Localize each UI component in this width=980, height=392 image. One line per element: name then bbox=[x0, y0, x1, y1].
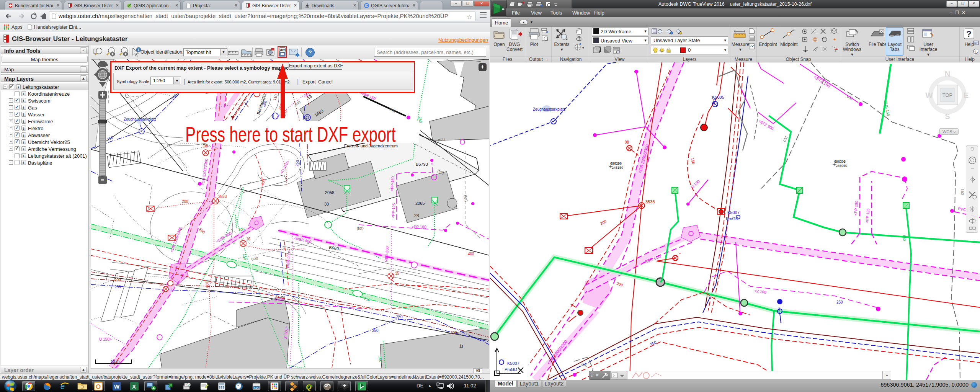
svg-text:U 150>: U 150> bbox=[99, 337, 112, 341]
svg-text:245950: 245950 bbox=[836, 164, 847, 168]
svg-text:01: 01 bbox=[160, 283, 164, 287]
svg-text:3533: 3533 bbox=[645, 199, 655, 204]
svg-text:<OB 2200/2300: <OB 2200/2300 bbox=[546, 339, 568, 365]
svg-text:▾: ▾ bbox=[582, 46, 584, 50]
svg-text:250: 250 bbox=[396, 315, 403, 319]
svg-text:(tot): (tot) bbox=[294, 100, 301, 107]
svg-text:?: ? bbox=[308, 49, 312, 56]
svg-text:dxf: dxf bbox=[280, 48, 285, 52]
svg-text:696305: 696305 bbox=[834, 160, 846, 163]
svg-text:(tot): (tot) bbox=[438, 137, 445, 142]
svg-text:(tot): (tot) bbox=[463, 194, 469, 202]
svg-text:U 150: U 150 bbox=[691, 179, 701, 189]
svg-text:<Z 100: <Z 100 bbox=[754, 289, 767, 294]
svg-text:(tot): (tot) bbox=[357, 226, 364, 230]
svg-text:2058: 2058 bbox=[325, 190, 334, 195]
svg-text:(tot): (tot) bbox=[581, 362, 588, 368]
svg-text:TOP: TOP bbox=[942, 92, 953, 98]
svg-text:<PP 150: <PP 150 bbox=[853, 200, 859, 216]
svg-text:W: W bbox=[114, 383, 120, 390]
svg-text:28: 28 bbox=[414, 213, 419, 218]
svg-text:150: 150 bbox=[378, 356, 383, 363]
svg-text:250: 250 bbox=[650, 340, 657, 346]
svg-text:(tot): (tot) bbox=[251, 256, 258, 261]
svg-text:<PP 125: <PP 125 bbox=[865, 208, 870, 223]
svg-text:<PP-125: <PP-125 bbox=[391, 203, 396, 218]
svg-text:150: 150 bbox=[242, 253, 247, 260]
svg-text:*: * bbox=[679, 252, 681, 256]
svg-text:200: 200 bbox=[182, 199, 188, 204]
svg-text:250: 250 bbox=[295, 160, 299, 167]
svg-text:Z-150: Z-150 bbox=[274, 297, 285, 301]
svg-text:S: S bbox=[945, 112, 950, 121]
svg-text:10 m: 10 m bbox=[111, 359, 120, 364]
svg-text:W: W bbox=[926, 91, 933, 100]
svg-text:Q: Q bbox=[306, 383, 312, 391]
svg-text:2065: 2065 bbox=[415, 201, 425, 206]
svg-text:Zeughausparkplatz: Zeughausparkplatz bbox=[124, 117, 156, 121]
svg-text:15: 15 bbox=[395, 271, 400, 276]
svg-text:200: 200 bbox=[198, 227, 206, 234]
svg-text:696296: 696296 bbox=[610, 162, 622, 165]
svg-text:150: 150 bbox=[690, 157, 696, 165]
svg-text:200: 200 bbox=[114, 278, 121, 282]
svg-text:400: 400 bbox=[468, 252, 474, 256]
svg-text:i: i bbox=[975, 50, 976, 54]
svg-text:245159: 245159 bbox=[612, 166, 623, 170]
svg-text:PmGD: PmGD bbox=[505, 367, 517, 372]
svg-text:16: 16 bbox=[246, 237, 251, 241]
svg-text:X: X bbox=[132, 383, 136, 390]
svg-text:200: 200 bbox=[451, 331, 457, 335]
svg-text:200: 200 bbox=[205, 281, 209, 288]
svg-text:<U-150>: <U-150> bbox=[279, 160, 290, 175]
svg-text:Zeughausparkplatz: Zeughausparkplatz bbox=[533, 107, 565, 111]
svg-text:250: 250 bbox=[836, 300, 843, 304]
svg-text:11: 11 bbox=[459, 343, 464, 349]
svg-text:O: O bbox=[96, 383, 101, 390]
svg-text:150: 150 bbox=[960, 188, 965, 195]
svg-text:<STZ 150: <STZ 150 bbox=[813, 75, 831, 89]
svg-text:?: ? bbox=[966, 29, 971, 39]
svg-text:08: 08 bbox=[625, 140, 629, 144]
svg-text:<OB 2200/2300: <OB 2200/2300 bbox=[201, 158, 209, 186]
svg-text:<STZ 200: <STZ 200 bbox=[758, 119, 774, 131]
svg-text:E: E bbox=[964, 91, 969, 100]
svg-text:NBR-200: NBR-200 bbox=[384, 246, 390, 262]
svg-text:30: 30 bbox=[324, 202, 329, 206]
svg-text:200: 200 bbox=[599, 219, 607, 226]
svg-text:N: N bbox=[945, 70, 950, 78]
svg-text:3533: 3533 bbox=[218, 194, 227, 199]
svg-text:100: 100 bbox=[782, 136, 789, 143]
svg-text:<PP 100: <PP 100 bbox=[412, 225, 426, 229]
svg-text:K5007: K5007 bbox=[727, 210, 740, 215]
svg-text:B5793: B5793 bbox=[416, 162, 428, 167]
svg-text:SQL: SQL bbox=[254, 387, 259, 389]
svg-text:150: 150 bbox=[902, 234, 907, 241]
svg-text:200: 200 bbox=[616, 281, 624, 287]
svg-text:K5007: K5007 bbox=[507, 361, 519, 366]
svg-text:250: 250 bbox=[114, 285, 121, 289]
